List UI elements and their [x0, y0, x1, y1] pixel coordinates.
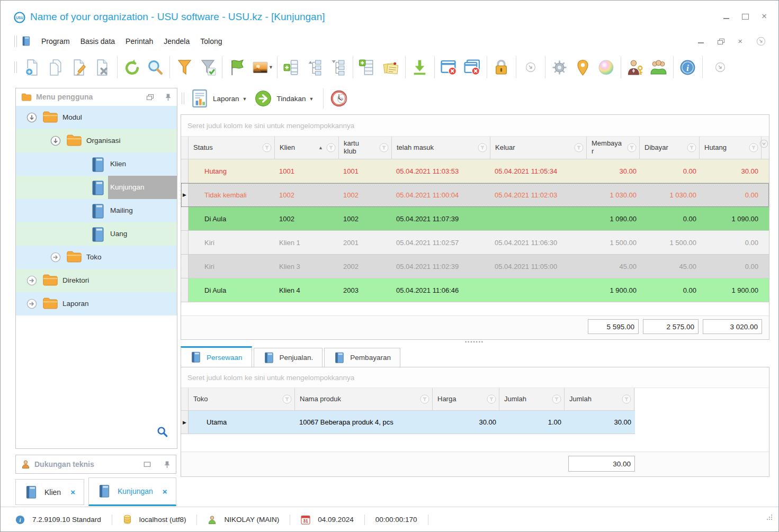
doc-new-icon[interactable] — [21, 56, 44, 79]
column-header-dibayar[interactable]: Dibayar — [640, 137, 700, 159]
window-close-icon[interactable] — [437, 56, 461, 79]
dukungan-teknis-panel[interactable]: Dukungan teknis — [15, 455, 176, 474]
tindakan-button[interactable]: Tindakan — [276, 95, 306, 103]
lock-icon[interactable] — [490, 56, 513, 79]
tree-collapse-icon[interactable] — [327, 56, 350, 79]
visits-row[interactable]: Di Aula1002100205.04.2021 11:07:391 090.… — [181, 207, 769, 231]
filter-icon[interactable] — [487, 394, 496, 404]
filter-icon[interactable] — [478, 143, 487, 152]
filter-icon[interactable] — [552, 394, 561, 404]
about-icon[interactable]: i — [676, 56, 700, 79]
sidebar-item-organisasi[interactable]: Organisasi — [16, 129, 177, 152]
mdi-tab-kunjungan[interactable]: Kunjungan× — [88, 477, 176, 506]
column-header-harga[interactable]: Harga — [433, 388, 499, 410]
visits-row[interactable]: Hutang1001100105.04.2021 11:03:5305.04.2… — [181, 159, 769, 183]
visits-row[interactable]: ▶Tidak kembali1002100205.04.2021 11:00:0… — [181, 183, 769, 207]
column-header-telah_masuk[interactable]: telah masuk — [392, 137, 490, 159]
filter-icon[interactable] — [326, 143, 336, 152]
filter-icon[interactable] — [282, 394, 292, 404]
splitter-handle[interactable]: ••••••• — [181, 339, 768, 346]
doc-copy-icon[interactable] — [44, 56, 68, 79]
tree-expand-icon[interactable] — [303, 56, 327, 79]
column-header-membayar[interactable]: Membayar — [587, 137, 640, 159]
image-caret-icon[interactable]: ▼ — [268, 65, 273, 70]
mdi-tab-klien[interactable]: Klien× — [15, 479, 84, 505]
menu-perintah[interactable]: Perintah — [120, 34, 158, 49]
minimize-button[interactable] — [723, 18, 729, 19]
laporan-button[interactable]: Laporan — [213, 95, 239, 103]
filter-icon[interactable] — [173, 56, 196, 79]
windows-close-all-icon[interactable] — [461, 56, 484, 79]
location-icon[interactable] — [571, 56, 595, 79]
tab-penjualan[interactable]: Penjualan. — [254, 348, 323, 367]
close-button[interactable]: × — [762, 13, 767, 20]
visits-row[interactable]: Di AulaKlien 4200305.04.2021 11:06:461 9… — [181, 278, 769, 302]
mdi-minimize-icon[interactable] — [698, 42, 704, 43]
doc-delete-icon[interactable] — [91, 56, 114, 79]
settings-icon[interactable] — [548, 56, 571, 79]
palette-icon[interactable] — [595, 56, 618, 79]
grid-options-icon[interactable] — [759, 139, 768, 148]
user-permissions-icon[interactable] — [624, 56, 647, 79]
sidebar-item-kunjungan[interactable]: Kunjungan — [16, 176, 177, 199]
column-header-jumlah[interactable]: Jumlah — [499, 388, 565, 410]
expand-node-icon[interactable] — [26, 275, 37, 286]
column-header-hutang[interactable]: Hutang — [700, 137, 762, 159]
filter-icon[interactable] — [420, 394, 429, 404]
pin-icon[interactable] — [164, 461, 171, 468]
doc-edit-icon[interactable] — [68, 56, 91, 79]
mdi-close-icon[interactable]: × — [738, 38, 742, 44]
rental-row[interactable]: ▶Utama10067 Beberapa produk 4, pcs30.001… — [181, 411, 635, 434]
sidebar-item-laporan[interactable]: Laporan — [16, 292, 177, 315]
column-header-jumlah_total[interactable]: Jumlah — [565, 388, 634, 410]
sidebar-item-klien[interactable]: Klien — [16, 152, 177, 176]
sidebar-item-uang[interactable]: Uang — [16, 222, 177, 246]
toolbar2-grip[interactable] — [182, 93, 184, 104]
maximize-button[interactable] — [742, 14, 749, 20]
menu-program[interactable]: Program — [36, 34, 75, 49]
sidebar-item-modul[interactable]: Modul — [16, 106, 177, 129]
menu-basis-data[interactable]: Basis data — [75, 34, 120, 49]
expand-panel-icon[interactable] — [144, 461, 151, 467]
resize-grip-icon[interactable] — [765, 513, 773, 522]
column-header-kartu_klub[interactable]: kartu klub — [339, 137, 392, 159]
search-icon[interactable] — [144, 56, 167, 79]
filter-icon[interactable] — [687, 143, 696, 152]
tindakan-icon[interactable] — [254, 89, 272, 108]
filter-icon[interactable] — [622, 394, 631, 404]
close-tab-icon[interactable]: × — [70, 488, 75, 497]
menu-jendela[interactable]: Jendela — [158, 34, 195, 49]
column-header-keluar[interactable]: Keluar — [490, 137, 587, 159]
flag-icon[interactable] — [225, 56, 248, 79]
filter-icon[interactable] — [627, 143, 637, 152]
filter-check-icon[interactable] — [196, 56, 219, 79]
download-icon[interactable] — [408, 56, 432, 79]
toolbar-options-2-icon[interactable] — [709, 56, 732, 79]
toolbar2-options-icon[interactable] — [337, 94, 347, 104]
expand-node-icon[interactable] — [50, 252, 61, 263]
filter-icon[interactable] — [262, 143, 272, 152]
sidebar-item-mailing[interactable]: Mailing — [16, 199, 177, 222]
filter-icon[interactable] — [749, 143, 758, 152]
notes-icon[interactable] — [379, 56, 402, 79]
collapse-node-icon[interactable] — [50, 136, 61, 146]
report-icon[interactable] — [191, 89, 209, 108]
detail-add-icon[interactable] — [280, 56, 303, 79]
column-header-klien[interactable]: Klien▲ — [275, 137, 339, 159]
collapse-node-icon[interactable] — [26, 112, 37, 123]
toolbar-grip[interactable] — [14, 61, 17, 73]
sidebar-item-toko[interactable]: Toko — [16, 246, 177, 269]
menubar-grip[interactable] — [14, 35, 17, 47]
pin-icon[interactable] — [165, 93, 172, 101]
sidebar-item-direktori[interactable]: Direktori — [16, 269, 177, 292]
column-header-status[interactable]: Status — [189, 137, 275, 159]
menubar-options-icon[interactable] — [756, 37, 766, 46]
column-header-nama_produk[interactable]: Nama produk — [295, 388, 433, 410]
float-panel-icon[interactable] — [147, 94, 153, 100]
toolbar-options-icon[interactable] — [519, 56, 542, 79]
expand-node-icon[interactable] — [26, 299, 37, 309]
row-add-icon[interactable] — [356, 56, 379, 79]
visits-row[interactable]: KiriKlien 1200105.04.2021 11:02:5705.04.… — [181, 231, 769, 255]
visits-row[interactable]: KiriKlien 3200205.04.2021 11:02:3905.04.… — [181, 255, 769, 278]
mdi-restore-icon[interactable] — [718, 39, 724, 44]
